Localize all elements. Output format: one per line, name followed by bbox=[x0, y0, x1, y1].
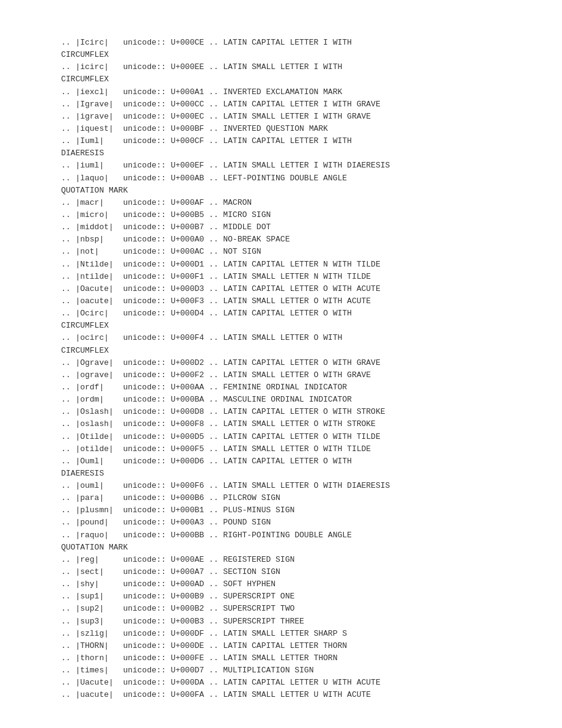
document-content: .. |Icirc| unicode:: U+000CE .. LATIN CA… bbox=[61, 37, 501, 702]
